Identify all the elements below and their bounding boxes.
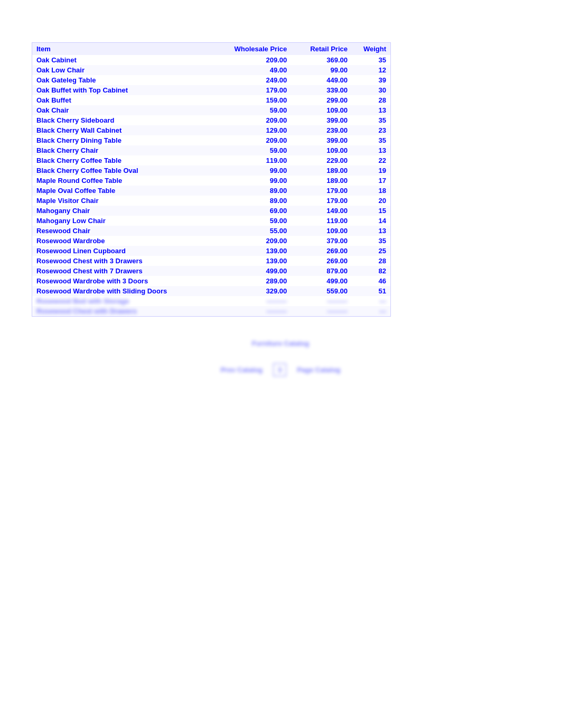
table-row: Mahogany Low Chair59.00119.0014	[32, 216, 390, 226]
cell-weight: 46	[352, 276, 390, 286]
prev-label: Prev Catalog	[220, 366, 262, 374]
table-row: Oak Chair59.00109.0013	[32, 105, 390, 115]
cell-item: Black Cherry Coffee Table Oval	[32, 165, 220, 176]
cell-retail: 99.00	[291, 65, 352, 75]
cell-weight: —	[352, 296, 390, 306]
cell-retail: 559.00	[291, 286, 352, 296]
cell-item: Resewood Chair	[32, 226, 220, 236]
table-row: Oak Cabinet209.00369.0035	[32, 55, 390, 65]
page-box-wrapper: 3	[273, 363, 286, 376]
cell-weight: 30	[352, 85, 390, 95]
page-container: Item Wholesale Price Retail Price Weight…	[0, 0, 561, 419]
table-row: Black Cherry Coffee Table Oval99.00189.0…	[32, 165, 390, 176]
cell-retail: 269.00	[291, 246, 352, 256]
cell-retail: 269.00	[291, 256, 352, 266]
cell-item: Maple Oval Coffee Table	[32, 186, 220, 196]
cell-item: Black Cherry Sideboard	[32, 115, 220, 125]
cell-item: Rosewood Chest with 3 Drawers	[32, 256, 220, 266]
next-label: Page Catalog	[297, 366, 340, 374]
cell-retail: 109.00	[291, 145, 352, 155]
table-row: Rosewood Chest with 3 Drawers139.00269.0…	[32, 256, 390, 266]
table-row: Resewood Chair55.00109.0013	[32, 226, 390, 236]
table-row: Maple Round Coffee Table99.00189.0017	[32, 176, 390, 186]
cell-wholesale: 209.00	[220, 55, 292, 65]
cell-wholesale: 69.00	[220, 206, 292, 216]
cell-wholesale: 49.00	[220, 65, 292, 75]
page-number: 3	[278, 366, 282, 374]
table-row: Mahogany Chair69.00149.0015	[32, 206, 390, 216]
cell-item: Mahogany Chair	[32, 206, 220, 216]
cell-retail: 119.00	[291, 216, 352, 226]
cell-retail: 369.00	[291, 55, 352, 65]
prev-page[interactable]: Prev Catalog	[220, 366, 262, 374]
cell-weight: 25	[352, 246, 390, 256]
pagination-area: Furniture Catalog Prev Catalog 3 Page Ca…	[32, 339, 529, 376]
cell-retail: 339.00	[291, 85, 352, 95]
cell-wholesale: ———	[220, 306, 292, 316]
cell-retail: 109.00	[291, 105, 352, 115]
cell-wholesale: 159.00	[220, 95, 292, 105]
cell-wholesale: ———	[220, 296, 292, 306]
cell-wholesale: 209.00	[220, 115, 292, 125]
table-row: Rosewood Wardrobe with Sliding Doors329.…	[32, 286, 390, 296]
cell-wholesale: 119.00	[220, 155, 292, 165]
cell-wholesale: 329.00	[220, 286, 292, 296]
cell-item: Maple Round Coffee Table	[32, 176, 220, 186]
cell-retail: 379.00	[291, 236, 352, 246]
cell-item: Rosewood Wardrobe	[32, 236, 220, 246]
cell-retail: 399.00	[291, 115, 352, 125]
cell-wholesale: 209.00	[220, 135, 292, 145]
cell-retail: 149.00	[291, 206, 352, 216]
cell-retail: 299.00	[291, 95, 352, 105]
cell-retail: 239.00	[291, 125, 352, 135]
cell-weight: 35	[352, 135, 390, 145]
cell-item: Rosewood Chest with 7 Drawers	[32, 266, 220, 276]
next-page[interactable]: Page Catalog	[297, 366, 340, 374]
cell-item: Oak Chair	[32, 105, 220, 115]
cell-item: Black Cherry Wall Cabinet	[32, 125, 220, 135]
cell-retail: 189.00	[291, 176, 352, 186]
table-row: Oak Low Chair49.0099.0012	[32, 65, 390, 75]
table-row: Black Cherry Chair59.00109.0013	[32, 145, 390, 155]
cell-wholesale: 89.00	[220, 186, 292, 196]
page-nav-row: Prev Catalog 3 Page Catalog	[220, 363, 340, 376]
page-number-box[interactable]: 3	[273, 363, 286, 376]
table-row: Black Cherry Sideboard209.00399.0035	[32, 115, 390, 125]
cell-weight: 13	[352, 226, 390, 236]
col-header-retail: Retail Price	[291, 43, 352, 55]
cell-wholesale: 59.00	[220, 145, 292, 155]
cell-item: Black Cherry Dining Table	[32, 135, 220, 145]
cell-retail: 229.00	[291, 155, 352, 165]
cell-item: Rosewood Chest with Drawers	[32, 306, 220, 316]
cell-weight: 13	[352, 105, 390, 115]
cell-wholesale: 499.00	[220, 266, 292, 276]
cell-wholesale: 139.00	[220, 246, 292, 256]
cell-item: Rosewood Wardrobe with 3 Doors	[32, 276, 220, 286]
table-row: Black Cherry Dining Table209.00399.0035	[32, 135, 390, 145]
table-row: Rosewood Chest with 7 Drawers499.00879.0…	[32, 266, 390, 276]
footer-label-line: Furniture Catalog	[252, 339, 309, 347]
cell-retail: 189.00	[291, 165, 352, 176]
cell-retail: 879.00	[291, 266, 352, 276]
cell-weight: 14	[352, 216, 390, 226]
col-header-weight: Weight	[352, 43, 390, 55]
col-header-item: Item	[32, 43, 220, 55]
cell-wholesale: 289.00	[220, 276, 292, 286]
cell-weight: 35	[352, 236, 390, 246]
cell-retail: 179.00	[291, 186, 352, 196]
cell-item: Black Cherry Coffee Table	[32, 155, 220, 165]
cell-weight: 28	[352, 256, 390, 266]
cell-weight: 17	[352, 176, 390, 186]
cell-wholesale: 59.00	[220, 216, 292, 226]
cell-retail: 179.00	[291, 196, 352, 206]
cell-wholesale: 99.00	[220, 176, 292, 186]
cell-wholesale: 179.00	[220, 85, 292, 95]
cell-wholesale: 89.00	[220, 196, 292, 206]
cell-wholesale: 129.00	[220, 125, 292, 135]
cell-retail: ———	[291, 306, 352, 316]
cell-retail: 499.00	[291, 276, 352, 286]
cell-item: Oak Cabinet	[32, 55, 220, 65]
cell-item: Maple Visitor Chair	[32, 196, 220, 206]
furniture-table: Item Wholesale Price Retail Price Weight…	[32, 43, 390, 316]
cell-item: Rosewood Wardrobe with Sliding Doors	[32, 286, 220, 296]
